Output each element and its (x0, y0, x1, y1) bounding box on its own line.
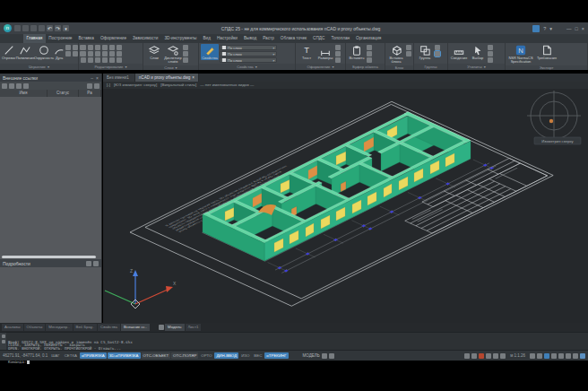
tool-icon[interactable] (81, 57, 86, 63)
status-toggle[interactable]: ШАГ (49, 352, 61, 359)
quick-access-icon[interactable] (55, 25, 61, 31)
status-toggle[interactable]: оТРЕКИНГ (264, 352, 288, 359)
ribbon-group-label[interactable]: Блок (385, 65, 413, 70)
tool-icon[interactable] (95, 51, 100, 56)
status-toggle[interactable]: ИЗО (239, 352, 251, 359)
ribbon-tab[interactable]: Настройки (213, 34, 240, 43)
tool-icon[interactable] (435, 45, 440, 50)
layout-icon[interactable] (322, 353, 327, 359)
viewport-control[interactable]: [Визуальный стиль] (160, 82, 196, 89)
viewport-control[interactable]: — нет именованных видов — (200, 82, 254, 89)
xref-list-area[interactable] (0, 97, 101, 255)
panel-tab[interactable]: Веб Брау.. (74, 324, 98, 331)
toolbar-icon[interactable] (16, 83, 22, 89)
viewport-icon[interactable] (329, 353, 334, 359)
tool-icon[interactable] (335, 45, 341, 50)
cmd-rail-icon[interactable] (2, 335, 5, 338)
match-properties-icon[interactable] (367, 57, 372, 63)
tool-icon[interactable] (109, 51, 115, 56)
ribbon-group-label[interactable]: Слои▾ (143, 65, 198, 70)
ribbon-tab[interactable]: Топоплан (328, 34, 353, 43)
pin-icon[interactable]: – (91, 75, 93, 81)
insert-block-button[interactable]: Вставка блока (387, 44, 405, 65)
layer-manager-button[interactable]: Диспетчер слоёв (164, 44, 182, 65)
tool-icon[interactable] (73, 51, 78, 56)
toolbar-icon[interactable] (544, 353, 549, 359)
toolbar-icon[interactable] (23, 83, 29, 89)
tool-icon[interactable] (488, 57, 493, 63)
tool-icon[interactable] (81, 51, 86, 56)
color-combo[interactable]: По слою▾ (220, 45, 277, 50)
toolbar-icon[interactable] (2, 83, 7, 89)
tool-icon[interactable] (406, 51, 411, 56)
layer-freeze-icon[interactable] (183, 51, 188, 56)
tool-icon[interactable] (109, 45, 115, 50)
properties-button[interactable]: Свойства (201, 44, 219, 60)
status-toggle[interactable]: ОРТО (199, 352, 213, 359)
tool-icon[interactable] (65, 45, 71, 50)
toolbar-icon[interactable] (94, 83, 99, 89)
viewport-control[interactable]: [-] (107, 82, 110, 89)
toolbar-icon[interactable] (479, 353, 484, 359)
quick-access-icon[interactable] (22, 25, 29, 31)
maximize-button[interactable]: □ (575, 26, 577, 31)
document-tab[interactable]: Без имени1 (103, 74, 135, 82)
ribbon-tab[interactable]: Зависимости (130, 34, 161, 43)
minimize-button[interactable]: — (566, 26, 572, 31)
status-toggle[interactable]: ВЕС (252, 352, 264, 359)
status-toggle[interactable]: СЕТКА (63, 352, 79, 359)
layers-button[interactable]: Слои (145, 44, 163, 60)
document-tab[interactable]: nCAD и proxy объекты.dwg× (135, 74, 199, 82)
details-area[interactable] (0, 267, 101, 323)
panel-tab[interactable]: Свойства (98, 324, 120, 331)
group-button[interactable]: Группа (416, 44, 434, 60)
drawing-canvas[interactable]: В данном примере на чертеже часть 3D объ… (103, 89, 588, 323)
ribbon-tab[interactable]: Построение (46, 34, 75, 43)
toolbar-icon[interactable] (530, 353, 535, 359)
layer-on-icon[interactable] (183, 45, 188, 50)
close-icon[interactable]: × (96, 75, 99, 81)
tool-icon[interactable] (117, 51, 122, 56)
ribbon-tab[interactable]: Вывод (240, 34, 259, 43)
ribbon-tab[interactable]: Вид (200, 34, 213, 43)
close-button[interactable]: × (582, 26, 584, 31)
locator-compass[interactable]: Изометрия сверху (527, 91, 581, 144)
tool-icon[interactable] (488, 45, 493, 50)
ribbon-group-label[interactable]: Оформление▾ (296, 64, 345, 70)
paste-button[interactable]: Вставить (348, 44, 366, 60)
tool-icon[interactable] (88, 51, 93, 56)
tool-icon[interactable] (88, 45, 93, 50)
layout-tab[interactable]: Модель (165, 324, 184, 331)
status-toggle[interactable]: 3D-оПРИВЯЗКА (108, 352, 141, 359)
layout-tab[interactable]: Лист1 (186, 324, 202, 331)
toolbar-icon[interactable] (86, 261, 91, 266)
ribbon-tab[interactable]: Растр (260, 34, 278, 43)
app-logo-icon[interactable]: n (4, 24, 12, 32)
tool-icon[interactable] (335, 51, 341, 56)
tool-icon[interactable] (435, 51, 440, 56)
tool-icon[interactable] (102, 45, 108, 50)
toolbar-icon[interactable] (537, 353, 542, 359)
ribbon-tab[interactable]: Организация (353, 34, 385, 43)
quick-access-icon[interactable] (14, 25, 21, 31)
toolbar-icon[interactable] (558, 353, 564, 359)
status-toggle[interactable]: ОТС-ПОЛЯР (171, 352, 198, 359)
viewport-control[interactable]: [ЮЗ изометрия: сверху] (114, 82, 157, 89)
toolbar-icon[interactable] (566, 353, 571, 359)
tool-icon[interactable] (117, 57, 122, 63)
ribbon-tab[interactable]: Вставка (75, 34, 97, 43)
toolbar-icon[interactable] (93, 261, 99, 266)
quick-access-icon[interactable] (30, 25, 37, 31)
status-toggle[interactable]: оПРИВЯЗКА (80, 352, 107, 359)
quick-access-icon[interactable] (39, 25, 45, 31)
help-button[interactable]: ? (543, 26, 546, 31)
tool-icon[interactable] (88, 57, 93, 63)
toolbar-icon[interactable] (551, 353, 557, 359)
toolbar-icon[interactable] (493, 353, 498, 359)
line-button[interactable]: Отрезок (2, 44, 15, 60)
toolbar-icon[interactable] (486, 353, 491, 359)
layout-grid-icon[interactable] (159, 325, 164, 330)
arc-button[interactable]: Дуга (54, 44, 65, 60)
panel-tab[interactable]: Объекты (24, 324, 46, 331)
tool-icon[interactable] (102, 51, 108, 56)
